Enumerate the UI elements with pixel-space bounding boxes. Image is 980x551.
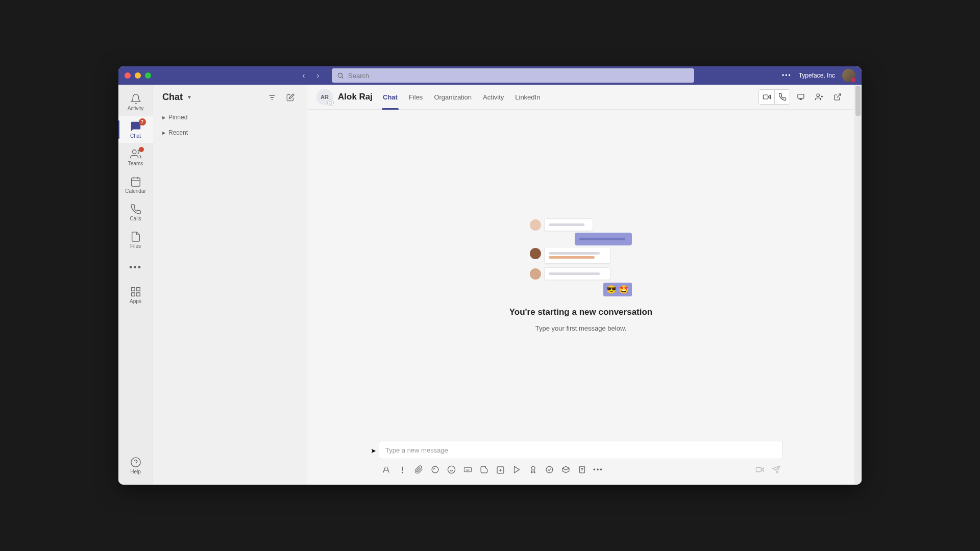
window-maximize-button[interactable] <box>145 72 151 79</box>
svg-rect-16 <box>763 95 768 99</box>
paperclip-icon <box>414 465 423 474</box>
svg-point-28 <box>448 466 455 473</box>
phone-icon <box>130 204 141 215</box>
illus-avatar-icon <box>530 268 541 280</box>
window-close-button[interactable] <box>125 72 131 79</box>
search-input[interactable] <box>348 72 689 80</box>
rail-item-apps[interactable]: Apps <box>118 282 153 308</box>
nav-back-button[interactable]: ‹ <box>298 70 309 81</box>
tab-organization[interactable]: Organization <box>433 85 473 110</box>
new-chat-button[interactable] <box>283 90 298 105</box>
composer-area: ➤ GIF ••• <box>307 441 854 485</box>
sticker-button[interactable] <box>477 462 491 477</box>
svg-rect-42 <box>756 467 761 472</box>
format-button[interactable] <box>379 462 393 477</box>
message-composer[interactable] <box>379 441 783 459</box>
rail-item-calls[interactable]: Calls <box>118 199 153 226</box>
gif-button[interactable]: GIF <box>460 462 475 477</box>
chat-pane-outer: AR Alok Raj Chat Files Organization Acti… <box>307 85 862 485</box>
audio-call-button[interactable] <box>774 90 790 104</box>
praise-button[interactable] <box>526 462 540 477</box>
stream-button[interactable] <box>509 462 524 477</box>
app-rail: Activity 7 Chat Teams Calendar Calls <box>118 85 153 485</box>
window-controls <box>125 72 151 79</box>
rail-item-files[interactable]: Files <box>118 227 153 253</box>
rail-label: Chat <box>130 133 141 139</box>
bell-icon <box>130 93 141 105</box>
section-label: Recent <box>168 129 188 136</box>
chat-body: 😎 🤩 You're starting a new conversation T… <box>307 110 854 441</box>
approvals-button[interactable] <box>542 462 556 477</box>
add-people-button[interactable] <box>812 90 827 104</box>
attach-button[interactable] <box>411 462 426 477</box>
rail-label: Activity <box>128 106 144 111</box>
tab-files[interactable]: Files <box>408 85 424 110</box>
share-screen-button[interactable] <box>793 90 808 104</box>
rail-item-teams[interactable]: Teams <box>118 144 153 170</box>
schedule-meeting-button[interactable] <box>493 462 507 477</box>
emoji-button[interactable] <box>444 462 458 477</box>
rail-item-help[interactable]: Help <box>118 452 153 479</box>
app-window: ‹ › ••• Typeface, Inc Activity 7 Chat <box>118 66 862 485</box>
video-clip-button[interactable] <box>752 462 767 477</box>
rail-label: Calls <box>130 216 141 221</box>
more-actions-button[interactable]: ••• <box>591 462 605 477</box>
popout-icon <box>834 93 842 101</box>
send-icon <box>772 465 780 474</box>
popout-button[interactable] <box>830 90 845 104</box>
illus-bubble <box>544 218 593 231</box>
header-actions <box>758 89 845 105</box>
loop-button[interactable] <box>428 462 442 477</box>
more-icon: ••• <box>129 262 142 273</box>
people-add-icon <box>815 93 823 101</box>
cursor-icon: ➤ <box>371 447 376 455</box>
video-call-button[interactable] <box>759 90 774 104</box>
message-input[interactable] <box>385 446 776 454</box>
settings-more-button[interactable]: ••• <box>782 72 792 79</box>
svg-line-24 <box>837 94 841 97</box>
more-icon: ••• <box>593 466 603 473</box>
section-pinned[interactable]: ▶ Pinned <box>153 110 307 125</box>
rail-label: Calendar <box>125 188 146 194</box>
section-recent[interactable]: ▶ Recent <box>153 125 307 140</box>
tab-chat[interactable]: Chat <box>382 85 399 110</box>
rail-item-chat[interactable]: 7 Chat <box>118 116 153 143</box>
send-button[interactable] <box>769 462 783 477</box>
svg-point-11 <box>131 457 140 466</box>
section-label: Pinned <box>168 114 187 121</box>
search-icon <box>337 72 344 79</box>
rail-item-activity[interactable]: Activity <box>118 89 153 115</box>
org-name-label: Typeface, Inc <box>799 72 835 79</box>
nav-forward-button[interactable]: › <box>312 70 324 81</box>
rail-item-more[interactable]: ••• <box>118 254 153 281</box>
titlebar-right: ••• Typeface, Inc <box>782 69 855 82</box>
person-avatar[interactable]: AR <box>316 89 333 105</box>
call-button-group <box>758 89 790 105</box>
window-minimize-button[interactable] <box>135 72 141 79</box>
teams-badge <box>139 147 144 152</box>
current-user-avatar[interactable] <box>842 69 855 82</box>
illus-bubble <box>544 267 610 280</box>
search-bar[interactable] <box>332 68 694 83</box>
scrollbar-thumb[interactable] <box>855 86 861 116</box>
svg-point-21 <box>817 94 819 96</box>
filter-button[interactable] <box>265 90 279 105</box>
polls-button[interactable] <box>575 462 589 477</box>
box-icon <box>561 465 570 474</box>
chevron-down-icon[interactable]: ▼ <box>187 94 192 100</box>
viva-button[interactable] <box>558 462 573 477</box>
help-icon <box>130 457 141 468</box>
svg-rect-7 <box>131 287 134 290</box>
clipboard-icon <box>578 465 586 474</box>
apps-icon <box>130 286 141 297</box>
illus-bubble <box>575 233 632 245</box>
rail-item-calendar[interactable]: Calendar <box>118 171 153 198</box>
scrollbar[interactable] <box>854 85 862 485</box>
illus-bubble <box>544 247 610 264</box>
video-icon <box>763 93 771 101</box>
emoji-icon <box>447 465 456 474</box>
priority-button[interactable] <box>395 462 409 477</box>
svg-point-26 <box>402 472 402 472</box>
tab-linkedin[interactable]: LinkedIn <box>514 85 541 110</box>
tab-activity[interactable]: Activity <box>482 85 505 110</box>
